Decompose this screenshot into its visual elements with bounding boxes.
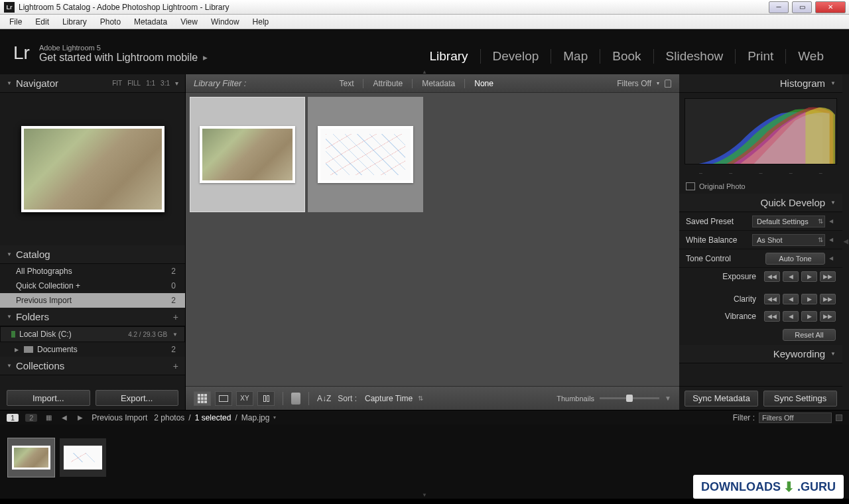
catalog-quick-collection[interactable]: Quick Collection + 0: [0, 279, 185, 293]
status-filter-dropdown[interactable]: Filters Off: [759, 412, 832, 423]
menu-help[interactable]: Help: [246, 17, 276, 27]
top-panel-collapse[interactable]: ▲: [0, 69, 849, 74]
grid-view[interactable]: [186, 93, 679, 386]
menu-photo[interactable]: Photo: [94, 17, 127, 27]
catalog-all-photos[interactable]: All Photographs 2: [0, 264, 185, 279]
sort-dropdown[interactable]: Capture Time: [361, 393, 427, 405]
primary-display-badge[interactable]: 1: [7, 414, 19, 422]
original-photo-toggle[interactable]: Original Photo: [679, 179, 842, 194]
vibrance-inc[interactable]: ▶: [801, 311, 817, 322]
view-survey-button[interactable]: [257, 391, 275, 406]
import-button[interactable]: Import...: [7, 390, 90, 406]
catalog-title: Catalog: [16, 249, 50, 260]
reset-all-button[interactable]: Reset All: [783, 329, 836, 341]
filters-off-label[interactable]: Filters Off: [617, 79, 651, 88]
sync-metadata-button[interactable]: Sync Metadata: [685, 391, 758, 407]
auto-tone-button[interactable]: Auto Tone: [765, 253, 825, 265]
quickdev-header[interactable]: Quick Develop: [679, 194, 842, 212]
wb-dropdown[interactable]: As Shot: [752, 234, 825, 246]
exposure-inc-large[interactable]: ▶▶: [820, 271, 836, 282]
disk-dropdown-icon[interactable]: ▼: [172, 332, 178, 338]
preset-dropdown[interactable]: Default Settings: [752, 216, 825, 227]
navigator-header[interactable]: Navigator FIT FILL 1:1 3:1 ▾: [0, 74, 185, 93]
zoom-fit[interactable]: FIT: [112, 80, 122, 87]
menu-metadata[interactable]: Metadata: [127, 17, 174, 27]
zoom-3to1[interactable]: 3:1: [161, 80, 170, 87]
vibrance-inc-large[interactable]: ▶▶: [820, 311, 836, 322]
module-print[interactable]: Print: [735, 49, 785, 64]
vibrance-dec[interactable]: ◀: [783, 311, 799, 322]
menu-library[interactable]: Library: [56, 17, 94, 27]
window-maximize-button[interactable]: ▭: [792, 1, 812, 13]
zoom-1to1[interactable]: 1:1: [146, 80, 155, 87]
menu-file[interactable]: File: [3, 17, 29, 27]
app-header: Lr Adobe Lightroom 5 Get started with Li…: [0, 29, 849, 69]
toolbar-menu-icon[interactable]: ▼: [665, 395, 671, 402]
grid-mode-icon[interactable]: ▦: [44, 413, 53, 422]
module-map[interactable]: Map: [551, 49, 600, 64]
clarity-inc-large[interactable]: ▶▶: [820, 294, 836, 304]
sort-az-icon[interactable]: A↓Z: [317, 394, 331, 403]
view-grid-button[interactable]: [194, 391, 211, 406]
thumbnail-size-slider[interactable]: [600, 397, 659, 399]
histogram-header[interactable]: Histogram: [679, 74, 842, 93]
clarity-dec[interactable]: ◀: [783, 294, 799, 304]
menu-window[interactable]: Window: [204, 17, 246, 27]
histogram-chart[interactable]: [685, 98, 837, 164]
breadcrumb-source[interactable]: Previous Import: [92, 413, 147, 422]
statusbar: 1 2 ▦ ◀ ▶ Previous Import 2 photos / 1 s…: [0, 410, 849, 424]
vibrance-dec-large[interactable]: ◀◀: [764, 311, 780, 322]
tone-expand-icon[interactable]: ◀: [829, 255, 836, 261]
catalog-header[interactable]: Catalog: [0, 245, 185, 264]
menu-view[interactable]: View: [174, 17, 204, 27]
filter-tab-text[interactable]: Text: [339, 79, 354, 88]
zoom-fill[interactable]: FILL: [127, 80, 141, 87]
filmstrip-thumb-2[interactable]: [60, 438, 106, 477]
secondary-display-badge[interactable]: 2: [25, 414, 37, 422]
sync-settings-button[interactable]: Sync Settings: [763, 391, 837, 407]
view-loupe-button[interactable]: [215, 391, 232, 406]
zoom-dropdown-icon[interactable]: ▾: [175, 80, 178, 87]
clarity-dec-large[interactable]: ◀◀: [764, 294, 780, 304]
menu-edit[interactable]: Edit: [29, 17, 56, 27]
module-book[interactable]: Book: [600, 49, 653, 64]
exposure-dec[interactable]: ◀: [783, 271, 799, 282]
exposure-inc[interactable]: ▶: [801, 271, 817, 282]
thumbnail-1[interactable]: [190, 97, 305, 212]
filter-tab-none[interactable]: None: [464, 79, 493, 88]
nav-back-icon[interactable]: ◀: [60, 413, 69, 422]
module-library[interactable]: Library: [418, 49, 480, 64]
filter-tab-attribute[interactable]: Attribute: [363, 79, 403, 88]
window-minimize-button[interactable]: ─: [769, 1, 789, 13]
thumbnail-2[interactable]: [308, 97, 423, 212]
clarity-inc[interactable]: ▶: [801, 294, 817, 304]
filter-lock-icon[interactable]: [665, 80, 671, 88]
module-web[interactable]: Web: [785, 49, 836, 64]
folders-header[interactable]: Folders +: [0, 308, 185, 326]
filter-tab-metadata[interactable]: Metadata: [412, 79, 455, 88]
module-develop[interactable]: Develop: [480, 49, 551, 64]
catalog-previous-import[interactable]: Previous Import 2: [0, 293, 185, 308]
preset-expand-icon[interactable]: ◀: [829, 218, 836, 224]
filename-dropdown-icon[interactable]: ▾: [273, 414, 276, 420]
module-slideshow[interactable]: Slideshow: [653, 49, 736, 64]
nav-forward-icon[interactable]: ▶: [76, 413, 85, 422]
add-folder-icon[interactable]: +: [173, 312, 178, 322]
add-collection-icon[interactable]: +: [173, 361, 178, 371]
keywording-header[interactable]: Keywording: [679, 345, 842, 363]
right-panel-collapse[interactable]: ▶: [842, 74, 849, 410]
window-close-button[interactable]: ✕: [815, 1, 846, 13]
exposure-dec-large[interactable]: ◀◀: [764, 271, 780, 282]
filter-dropdown-icon[interactable]: ▾: [657, 80, 659, 86]
navigator-preview-image[interactable]: [21, 126, 164, 212]
view-compare-button[interactable]: XY: [236, 391, 253, 406]
disk-row[interactable]: Local Disk (C:) 4.2 / 29.3 GB ▼: [0, 326, 185, 342]
wb-expand-icon[interactable]: ◀: [829, 237, 836, 243]
app-tagline[interactable]: Get started with Lightroom mobile: [39, 52, 208, 64]
filmstrip-thumb-1[interactable]: [8, 438, 54, 477]
collections-header[interactable]: Collections +: [0, 357, 185, 375]
export-button[interactable]: Export...: [96, 390, 179, 406]
folder-documents[interactable]: Documents 2: [0, 342, 185, 357]
painter-tool-icon[interactable]: [291, 393, 300, 405]
filter-lock-icon[interactable]: [836, 414, 842, 421]
